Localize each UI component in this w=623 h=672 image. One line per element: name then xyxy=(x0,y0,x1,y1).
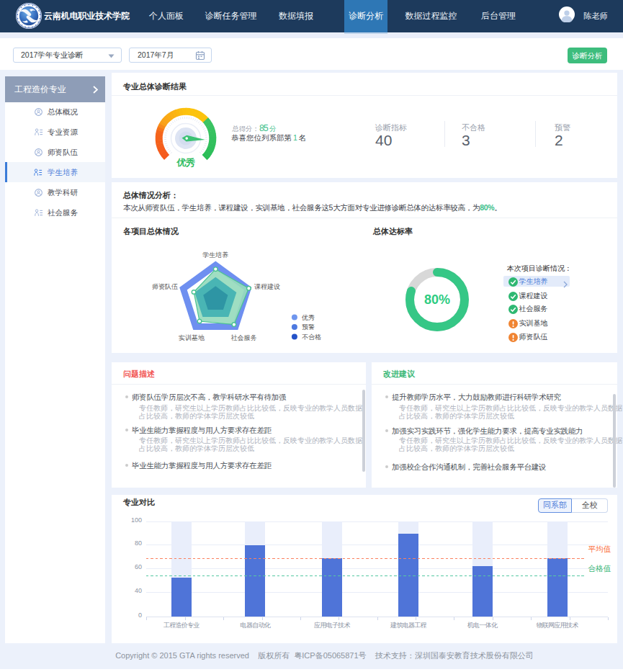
svg-text:不合格: 不合格 xyxy=(302,333,321,341)
svg-text:师资队伍: 师资队伍 xyxy=(152,283,178,290)
svg-text:学生培养: 学生培养 xyxy=(202,251,228,259)
svg-text:优秀: 优秀 xyxy=(176,157,196,168)
svg-text:80%: 80% xyxy=(424,292,450,307)
svg-text:课程建设: 课程建设 xyxy=(254,283,280,290)
svg-text:实训基地: 实训基地 xyxy=(179,334,205,341)
svg-text:预警: 预警 xyxy=(302,323,315,331)
svg-text:社会服务: 社会服务 xyxy=(231,334,257,341)
svg-text:优秀: 优秀 xyxy=(301,314,315,321)
